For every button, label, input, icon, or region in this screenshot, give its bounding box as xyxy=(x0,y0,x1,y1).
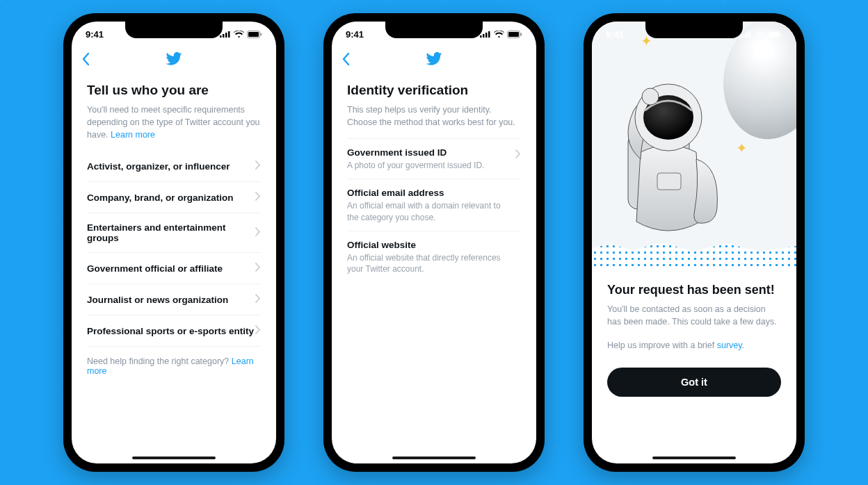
method-official-website[interactable]: Official website An official website tha… xyxy=(347,231,521,283)
back-button[interactable] xyxy=(341,52,350,69)
category-activist[interactable]: Activist, organizer, or influencer xyxy=(87,151,261,182)
svg-rect-15 xyxy=(743,34,745,38)
wifi-icon xyxy=(234,31,244,38)
battery-icon xyxy=(507,31,522,38)
category-label: Activist, organizer, or influencer xyxy=(87,161,230,172)
nav-bar xyxy=(72,47,276,74)
svg-rect-6 xyxy=(261,33,262,35)
survey-link[interactable]: survey xyxy=(717,340,742,350)
help-text: Need help finding the right category? Le… xyxy=(87,347,261,386)
svg-rect-13 xyxy=(521,33,522,35)
page-title: Your request has been sent! xyxy=(607,283,781,297)
status-time: 9:41 xyxy=(346,29,364,40)
page-title: Identity verification xyxy=(347,83,521,98)
page-subtitle: This step helps us verify your identity.… xyxy=(347,104,521,129)
battery-icon xyxy=(247,31,262,38)
twitter-logo-icon xyxy=(426,52,442,69)
svg-rect-20 xyxy=(781,33,782,35)
svg-rect-10 xyxy=(488,31,490,38)
chevron-right-icon xyxy=(255,293,261,306)
battery-icon xyxy=(767,31,782,38)
chevron-right-icon xyxy=(255,191,261,204)
page-title: Tell us who you are xyxy=(87,83,261,98)
method-label: Official email address xyxy=(347,188,521,198)
svg-rect-1 xyxy=(223,34,225,38)
category-label: Professional sports or e-sports entity xyxy=(87,326,254,336)
device-notch xyxy=(385,22,483,38)
method-desc: A photo of your goverment issued ID. xyxy=(347,160,521,172)
status-time: 9:41 xyxy=(606,29,624,40)
nav-bar xyxy=(332,47,536,74)
category-journalist[interactable]: Journalist or news organization xyxy=(87,284,261,315)
chevron-right-icon xyxy=(255,227,261,239)
method-label: Government issued ID xyxy=(347,147,521,158)
svg-rect-7 xyxy=(480,35,482,38)
svg-rect-0 xyxy=(220,35,222,38)
page-subtitle: You'll need to meet specific requirement… xyxy=(87,104,261,141)
category-label: Journalist or news organization xyxy=(87,295,228,305)
svg-rect-12 xyxy=(508,32,519,37)
astronaut-graphic xyxy=(599,69,738,249)
wifi-icon xyxy=(494,31,504,38)
chevron-right-icon xyxy=(255,262,261,274)
svg-rect-19 xyxy=(769,32,779,37)
category-government[interactable]: Government official or affiliate xyxy=(87,253,261,284)
page-body: You'll be contacted as soon as a decisio… xyxy=(607,303,781,328)
cellular-signal-icon xyxy=(740,31,751,38)
svg-rect-3 xyxy=(228,31,230,38)
home-indicator[interactable] xyxy=(392,457,476,459)
svg-rect-24 xyxy=(657,173,681,190)
method-desc: An official website that directly refere… xyxy=(347,252,521,276)
category-label: Company, brand, or organization xyxy=(87,192,234,203)
category-sports[interactable]: Professional sports or e-sports entity xyxy=(87,315,261,347)
phone-2: 9:41 xyxy=(323,13,545,472)
category-company[interactable]: Company, brand, or organization xyxy=(87,182,261,213)
survey-prompt: Help us improve with a brief survey. xyxy=(607,339,781,352)
chevron-right-icon xyxy=(255,160,261,172)
home-indicator[interactable] xyxy=(132,457,216,459)
home-indicator[interactable] xyxy=(652,457,736,459)
svg-rect-14 xyxy=(740,35,742,38)
svg-rect-5 xyxy=(248,32,259,37)
svg-point-25 xyxy=(642,88,659,105)
category-label: Government official or affiliate xyxy=(87,263,223,274)
chevron-right-icon xyxy=(515,149,521,161)
learn-more-link[interactable]: Learn more xyxy=(111,130,155,140)
svg-rect-16 xyxy=(746,33,748,38)
svg-rect-9 xyxy=(485,33,488,38)
twitter-logo-icon xyxy=(166,52,182,69)
status-time: 9:41 xyxy=(86,29,104,40)
hero-illustration: ✦ ✦ xyxy=(592,22,796,269)
method-official-email[interactable]: Official email address An official email… xyxy=(347,179,521,231)
phone-1: 9:41 xyxy=(63,13,284,472)
back-button[interactable] xyxy=(81,52,90,69)
wifi-icon xyxy=(754,31,764,38)
category-label: Entertainers and entertainment groups xyxy=(87,222,255,243)
phone-3: 9:41 ✦ ✦ xyxy=(584,13,805,472)
chevron-right-icon xyxy=(255,324,261,337)
device-notch xyxy=(125,22,223,38)
svg-rect-17 xyxy=(748,31,750,38)
method-desc: An official email with a domain relevant… xyxy=(347,200,521,224)
method-government-id[interactable]: Government issued ID A photo of your gov… xyxy=(347,138,521,179)
svg-rect-2 xyxy=(225,33,227,38)
category-entertainers[interactable]: Entertainers and entertainment groups xyxy=(87,213,261,253)
status-bar: 9:41 xyxy=(592,22,796,47)
method-label: Official website xyxy=(347,240,521,250)
got-it-button[interactable]: Got it xyxy=(607,368,781,397)
svg-rect-8 xyxy=(483,34,485,38)
